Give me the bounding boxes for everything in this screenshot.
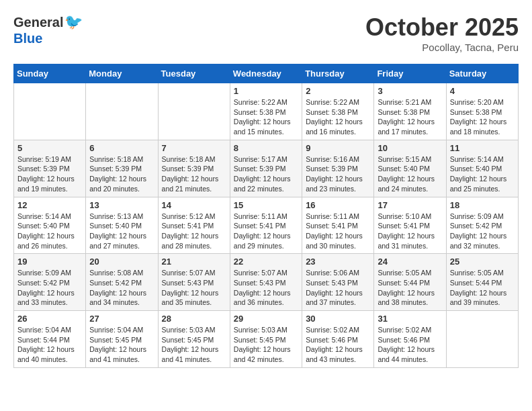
day-number: 16 [306, 200, 370, 210]
calendar-header-saturday: Saturday [446, 64, 518, 83]
calendar-header-wednesday: Wednesday [230, 64, 302, 83]
calendar-header-sunday: Sunday [14, 64, 86, 83]
calendar-day-cell: 23Sunrise: 5:06 AM Sunset: 5:43 PM Dayli… [302, 254, 374, 311]
calendar-day-cell: 17Sunrise: 5:10 AM Sunset: 5:41 PM Dayli… [374, 197, 446, 254]
day-info: Sunrise: 5:22 AM Sunset: 5:38 PM Dayligh… [306, 97, 370, 137]
day-info: Sunrise: 5:13 AM Sunset: 5:40 PM Dayligh… [89, 212, 154, 251]
day-info: Sunrise: 5:16 AM Sunset: 5:39 PM Dayligh… [306, 154, 370, 194]
calendar-day-cell [158, 83, 230, 140]
day-info: Sunrise: 5:10 AM Sunset: 5:41 PM Dayligh… [378, 212, 442, 251]
calendar-header-monday: Monday [86, 64, 158, 83]
calendar-day-cell: 5Sunrise: 5:19 AM Sunset: 5:39 PM Daylig… [14, 140, 86, 197]
day-info: Sunrise: 5:11 AM Sunset: 5:41 PM Dayligh… [234, 212, 298, 251]
day-number: 4 [450, 86, 515, 96]
calendar-day-cell: 30Sunrise: 5:02 AM Sunset: 5:46 PM Dayli… [302, 311, 374, 368]
day-number: 19 [17, 257, 82, 267]
day-number: 27 [89, 314, 154, 324]
day-number: 26 [17, 314, 82, 324]
calendar-day-cell: 27Sunrise: 5:04 AM Sunset: 5:45 PM Dayli… [86, 311, 158, 368]
location-subtitle: Pocollay, Tacna, Peru [365, 42, 519, 53]
month-title: October 2025 [365, 13, 519, 42]
calendar-day-cell: 29Sunrise: 5:03 AM Sunset: 5:45 PM Dayli… [230, 311, 302, 368]
day-number: 15 [234, 200, 298, 210]
calendar-day-cell: 9Sunrise: 5:16 AM Sunset: 5:39 PM Daylig… [302, 140, 374, 197]
day-info: Sunrise: 5:06 AM Sunset: 5:43 PM Dayligh… [306, 268, 370, 308]
calendar-day-cell: 15Sunrise: 5:11 AM Sunset: 5:41 PM Dayli… [230, 197, 302, 254]
day-number: 23 [306, 257, 370, 267]
calendar-day-cell [446, 311, 518, 368]
day-number: 3 [378, 86, 442, 96]
day-number: 9 [306, 143, 370, 153]
day-number: 25 [450, 257, 515, 267]
day-number: 14 [162, 200, 226, 210]
calendar-day-cell: 24Sunrise: 5:05 AM Sunset: 5:44 PM Dayli… [374, 254, 446, 311]
calendar-day-cell: 20Sunrise: 5:08 AM Sunset: 5:42 PM Dayli… [86, 254, 158, 311]
day-info: Sunrise: 5:07 AM Sunset: 5:43 PM Dayligh… [162, 268, 226, 308]
calendar-day-cell: 3Sunrise: 5:21 AM Sunset: 5:38 PM Daylig… [374, 83, 446, 140]
day-info: Sunrise: 5:14 AM Sunset: 5:40 PM Dayligh… [450, 154, 515, 194]
day-number: 24 [378, 257, 442, 267]
day-number: 8 [234, 143, 298, 153]
day-number: 21 [162, 257, 226, 267]
day-info: Sunrise: 5:22 AM Sunset: 5:38 PM Dayligh… [234, 97, 298, 137]
day-number: 1 [234, 86, 298, 96]
day-number: 10 [378, 143, 442, 153]
day-info: Sunrise: 5:04 AM Sunset: 5:45 PM Dayligh… [89, 325, 154, 365]
day-info: Sunrise: 5:08 AM Sunset: 5:42 PM Dayligh… [89, 268, 154, 308]
day-info: Sunrise: 5:03 AM Sunset: 5:45 PM Dayligh… [234, 325, 298, 365]
day-info: Sunrise: 5:03 AM Sunset: 5:45 PM Dayligh… [162, 325, 226, 365]
day-info: Sunrise: 5:07 AM Sunset: 5:43 PM Dayligh… [234, 268, 298, 308]
calendar-day-cell: 14Sunrise: 5:12 AM Sunset: 5:41 PM Dayli… [158, 197, 230, 254]
calendar-day-cell: 28Sunrise: 5:03 AM Sunset: 5:45 PM Dayli… [158, 311, 230, 368]
day-number: 6 [89, 143, 154, 153]
day-number: 2 [306, 86, 370, 96]
day-number: 13 [89, 200, 154, 210]
calendar-table: SundayMondayTuesdayWednesdayThursdayFrid… [13, 64, 519, 368]
day-info: Sunrise: 5:11 AM Sunset: 5:41 PM Dayligh… [306, 212, 370, 251]
page-header: General 🐦 Blue October 2025 Pocollay, Ta… [13, 13, 519, 53]
day-number: 29 [234, 314, 298, 324]
calendar-day-cell: 1Sunrise: 5:22 AM Sunset: 5:38 PM Daylig… [230, 83, 302, 140]
day-number: 12 [17, 200, 82, 210]
calendar-day-cell: 4Sunrise: 5:20 AM Sunset: 5:38 PM Daylig… [446, 83, 518, 140]
day-info: Sunrise: 5:12 AM Sunset: 5:41 PM Dayligh… [162, 212, 226, 251]
day-number: 17 [378, 200, 442, 210]
day-number: 22 [234, 257, 298, 267]
calendar-week-row: 1Sunrise: 5:22 AM Sunset: 5:38 PM Daylig… [14, 83, 519, 140]
logo-blue-text: Blue [13, 31, 42, 46]
calendar-week-row: 12Sunrise: 5:14 AM Sunset: 5:40 PM Dayli… [14, 197, 519, 254]
day-info: Sunrise: 5:21 AM Sunset: 5:38 PM Dayligh… [378, 97, 442, 137]
calendar-header-row: SundayMondayTuesdayWednesdayThursdayFrid… [14, 64, 519, 83]
calendar-header-friday: Friday [374, 64, 446, 83]
day-info: Sunrise: 5:18 AM Sunset: 5:39 PM Dayligh… [162, 154, 226, 194]
calendar-header-tuesday: Tuesday [158, 64, 230, 83]
day-info: Sunrise: 5:02 AM Sunset: 5:46 PM Dayligh… [306, 325, 370, 365]
day-info: Sunrise: 5:04 AM Sunset: 5:44 PM Dayligh… [17, 325, 82, 365]
day-number: 31 [378, 314, 442, 324]
calendar-day-cell: 11Sunrise: 5:14 AM Sunset: 5:40 PM Dayli… [446, 140, 518, 197]
day-info: Sunrise: 5:19 AM Sunset: 5:39 PM Dayligh… [17, 154, 82, 194]
calendar-day-cell: 16Sunrise: 5:11 AM Sunset: 5:41 PM Dayli… [302, 197, 374, 254]
day-info: Sunrise: 5:05 AM Sunset: 5:44 PM Dayligh… [450, 268, 515, 308]
day-number: 20 [89, 257, 154, 267]
calendar-day-cell: 13Sunrise: 5:13 AM Sunset: 5:40 PM Dayli… [86, 197, 158, 254]
calendar-day-cell [86, 83, 158, 140]
day-info: Sunrise: 5:09 AM Sunset: 5:42 PM Dayligh… [17, 268, 82, 308]
day-number: 30 [306, 314, 370, 324]
logo-general-text: General [13, 15, 63, 30]
day-info: Sunrise: 5:17 AM Sunset: 5:39 PM Dayligh… [234, 154, 298, 194]
calendar-header-thursday: Thursday [302, 64, 374, 83]
calendar-day-cell [14, 83, 86, 140]
day-info: Sunrise: 5:14 AM Sunset: 5:40 PM Dayligh… [17, 212, 82, 251]
day-number: 5 [17, 143, 82, 153]
day-info: Sunrise: 5:18 AM Sunset: 5:39 PM Dayligh… [89, 154, 154, 194]
calendar-day-cell: 2Sunrise: 5:22 AM Sunset: 5:38 PM Daylig… [302, 83, 374, 140]
calendar-day-cell: 21Sunrise: 5:07 AM Sunset: 5:43 PM Dayli… [158, 254, 230, 311]
calendar-day-cell: 18Sunrise: 5:09 AM Sunset: 5:42 PM Dayli… [446, 197, 518, 254]
calendar-day-cell: 12Sunrise: 5:14 AM Sunset: 5:40 PM Dayli… [14, 197, 86, 254]
day-info: Sunrise: 5:05 AM Sunset: 5:44 PM Dayligh… [378, 268, 442, 308]
calendar-day-cell: 25Sunrise: 5:05 AM Sunset: 5:44 PM Dayli… [446, 254, 518, 311]
calendar-day-cell: 8Sunrise: 5:17 AM Sunset: 5:39 PM Daylig… [230, 140, 302, 197]
day-info: Sunrise: 5:20 AM Sunset: 5:38 PM Dayligh… [450, 97, 515, 137]
day-number: 18 [450, 200, 515, 210]
